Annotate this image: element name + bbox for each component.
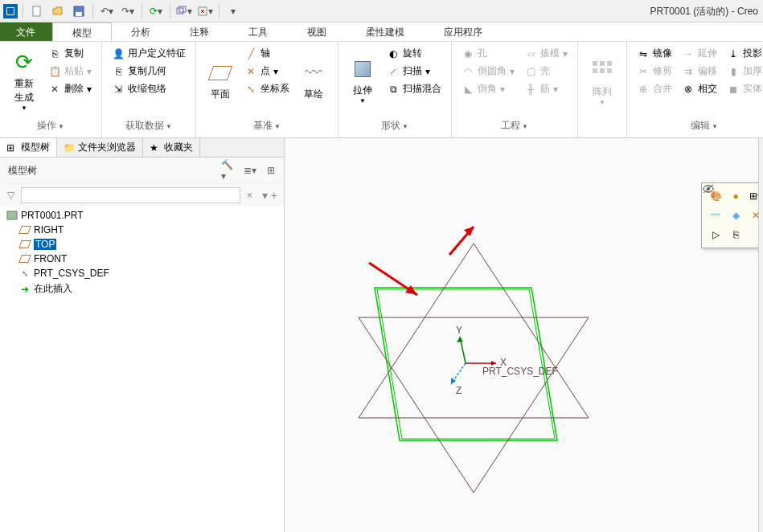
ribbon-group-editing: ⇋镜像 ✂修剪 ⊕合并 →延伸 ⇉偏移 ⊗相交 ⤓投影 ▮加厚 ◼实体化 编辑▼ [627,42,763,137]
svg-marker-24 [451,378,456,384]
tab-annotate[interactable]: 注释 [170,23,229,41]
axis-y-label: Y [456,325,462,336]
svg-rect-12 [600,68,605,73]
tab-model[interactable]: 模型 [52,23,112,41]
copy-button[interactable]: ⎘复制 [45,45,95,62]
ribbon: ⟳ 重新生成 ▼ ⎘复制 📋粘贴 ▾ ✕删除 ▾ 操作▼ 👤用户定义特征 ⎘复制… [0,42,763,138]
context-toolbar: 🎨 ● ⊞▾ 〰 ◆ ✕ ╱ ✕ ⤡ ⊞ ▯▯ ▷ ⎘ [701,182,763,248]
filter-input[interactable] [21,187,240,203]
ribbon-group-shapes: 拉伸 ▼ ◐旋转 ⟋扫描 ▾ ⧉扫描混合 形状▼ [338,42,452,137]
delete-button[interactable]: ✕删除 ▾ [45,80,95,97]
model-tree: PRT0001.PRT RIGHT TOP FRONT ⤡ PRT_CSYS_D… [0,207,284,532]
tree-root[interactable]: PRT0001.PRT [3,208,281,223]
filter-add-button[interactable]: ▾ + [259,189,281,202]
open-button[interactable] [49,2,67,20]
blend-button[interactable]: ⧉扫描混合 [384,80,445,97]
tab-folder[interactable]: 📁文件夹浏览器 [57,138,143,157]
windows-button[interactable]: ▾ [175,2,193,20]
ctx-copy-button[interactable]: ⎘ [727,227,745,243]
filter-clear-button[interactable]: × [244,190,256,201]
point-button[interactable]: ✕点 ▾ [241,63,293,80]
merge-button: ⊕合并 [634,80,675,97]
svg-marker-17 [359,243,589,418]
svg-rect-2 [76,12,82,16]
thicken-button: ▮加厚 [724,63,763,80]
ribbon-group-getdata: 👤用户定义特征 ⎘复制几何 ⇲收缩包络 获取数据▼ [102,42,196,137]
tree-top[interactable]: TOP [3,237,281,252]
sidebar: ⊞模型树 📁文件夹浏览器 ★收藏夹 模型树 🔨▾ ≣▾ ⊞ ▽ × ▾ + PR… [0,138,285,532]
svg-rect-9 [600,61,605,66]
tree-filter: ▽ × ▾ + [0,184,284,207]
axis-button[interactable]: ╱轴 [241,45,293,62]
svg-rect-13 [607,68,612,73]
mirror-button[interactable]: ⇋镜像 [634,45,675,62]
sweep-button[interactable]: ⟋扫描 ▾ [384,63,445,80]
ribbon-group-pattern: 阵列 ▼ [578,42,627,137]
tab-favorites[interactable]: ★收藏夹 [143,138,200,157]
svg-rect-11 [593,68,597,73]
extrude-button[interactable]: 拉伸 ▼ [345,45,380,116]
ctx-appearance-button[interactable]: ● [727,188,745,204]
sidebar-tabs: ⊞模型树 📁文件夹浏览器 ★收藏夹 [0,138,284,158]
tree-front[interactable]: FRONT [3,252,281,266]
ctx-curve-button[interactable]: 〰 [707,207,724,223]
main-area: ⊞模型树 📁文件夹浏览器 ★收藏夹 模型树 🔨▾ ≣▾ ⊞ ▽ × ▾ + PR… [0,138,763,532]
copygeom-button[interactable]: ⎘复制几何 [109,63,189,80]
tab-tools[interactable]: 工具 [229,23,288,41]
titlebar: ↶▾ ↷▾ ⟳▾ ▾ ▾ ▾ PRT0001 (活动的) - Creo [0,0,763,23]
window-title: PRT0001 (活动的) - Creo [650,5,758,18]
pattern-button: 阵列 ▼ [585,45,620,118]
redo-button[interactable]: ↷▾ [119,2,137,20]
svg-rect-0 [33,6,40,16]
tab-apps[interactable]: 应用程序 [425,23,503,41]
tree-csys[interactable]: ⤡ PRT_CSYS_DEF [3,266,281,280]
tab-flex[interactable]: 柔性建模 [347,23,425,41]
svg-rect-8 [593,61,597,66]
canvas-scrollbar[interactable] [758,138,763,532]
csys-button[interactable]: ⤡坐标系 [241,80,293,97]
tab-analysis[interactable]: 分析 [112,23,170,41]
trim-button: ✂修剪 [634,63,675,80]
svg-point-33 [704,186,713,192]
sketch-button[interactable]: 〰 草绘 [296,45,331,116]
regen-button[interactable]: ⟳▾ [147,2,165,20]
ctx-select-button[interactable]: ▷ [707,227,724,243]
undo-button[interactable]: ↶▾ [98,2,116,20]
chamfer-button: ◣倒角 ▾ [458,80,518,97]
filter-icon: ▽ [3,188,18,203]
new-button[interactable] [28,2,46,20]
paste-button: 📋粘贴 ▾ [45,63,95,80]
tree-tool-3[interactable]: ⊞ [263,162,279,178]
svg-marker-16 [377,289,555,439]
close-window-button[interactable]: ▾ [196,2,214,20]
revolve-button[interactable]: ◐旋转 [384,45,445,62]
tree-insert[interactable]: ➜ 在此插入 [3,280,281,297]
app-icon [3,4,18,18]
csys-label: PRT_CSYS_DEF [482,366,558,377]
save-button[interactable] [70,2,88,20]
userdef-button[interactable]: 👤用户定义特征 [109,45,189,62]
tab-view[interactable]: 视图 [288,23,347,41]
svg-rect-4 [179,6,186,12]
ribbon-group-engineering: ◉孔 ◠倒圆角 ▾ ◣倒角 ▾ ▱拔模 ▾ ▢壳 ╫筋 ▾ 工程▼ [452,42,578,137]
ribbon-group-operations: ⟳ 重新生成 ▼ ⎘复制 📋粘贴 ▾ ✕删除 ▾ 操作▼ [0,42,102,137]
draft-button: ▱拔模 ▾ [521,45,571,62]
shrinkwrap-button[interactable]: ⇲收缩包络 [109,80,189,97]
tree-header: 模型树 🔨▾ ≣▾ ⊞ [0,158,284,184]
tree-tool-2[interactable]: ≣▾ [242,162,258,178]
plane-button[interactable]: 平面 [203,45,238,116]
intersect-button[interactable]: ⊗相交 [679,80,720,97]
project-button[interactable]: ⤓投影 [724,45,763,62]
qat-customize-button[interactable]: ▾ [224,2,242,20]
svg-rect-10 [607,61,612,66]
tree-right[interactable]: RIGHT [3,223,281,237]
offset-button: ⇉偏移 [679,63,720,80]
tab-file[interactable]: 文件 [0,23,52,41]
ctx-surface-button[interactable]: ◆ [727,207,745,223]
regenerate-button[interactable]: ⟳ 重新生成 ▼ [6,45,42,116]
canvas[interactable]: X Y Z PRT_CSYS_DEF 🎨 ● [285,138,763,532]
tree-tool-1[interactable]: 🔨▾ [221,162,237,178]
svg-rect-14 [7,211,17,219]
extend-button: →延伸 [679,45,720,62]
tab-modeltree[interactable]: ⊞模型树 [0,138,57,157]
